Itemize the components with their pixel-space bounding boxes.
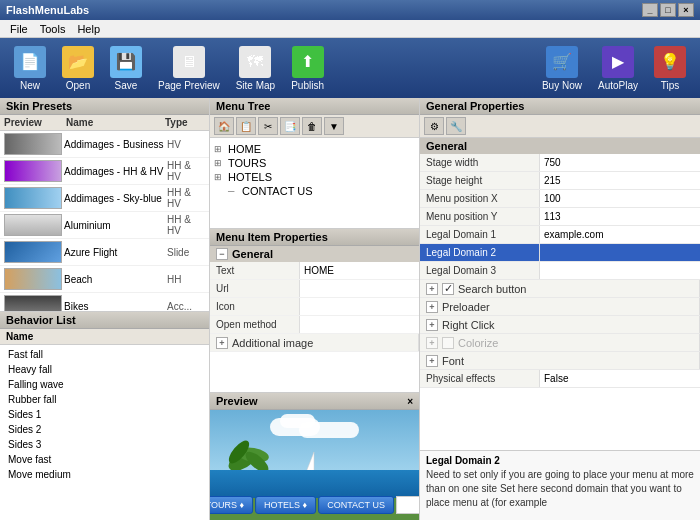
- list-item[interactable]: Addimages - HH & HV HH & HV: [0, 158, 209, 185]
- expander-icon: ⊞: [214, 144, 228, 154]
- list-item[interactable]: Rubber fall: [4, 392, 205, 407]
- props-group-general[interactable]: − General: [210, 246, 419, 262]
- list-item[interactable]: Azure Flight Slide: [0, 239, 209, 266]
- gp-expand-preloader[interactable]: + Preloader: [420, 298, 700, 316]
- close-button[interactable]: ×: [678, 3, 694, 17]
- cloud-3: [299, 422, 359, 438]
- tree-item-contact[interactable]: ─ CONTACT US: [214, 184, 415, 198]
- gp-btn-2[interactable]: 🔧: [446, 117, 466, 135]
- col-preview-header: Preview: [4, 117, 64, 128]
- list-item[interactable]: Move fast: [4, 452, 205, 467]
- gp-legal-1-value[interactable]: example.com: [540, 226, 700, 243]
- toolbar-page-preview-label: Page Preview: [158, 80, 220, 91]
- gp-table: General Stage width 750 Stage height 215…: [420, 138, 700, 450]
- prop-open-label: Open method: [210, 316, 300, 333]
- preview-close-button[interactable]: ×: [407, 396, 413, 407]
- menu-help[interactable]: Help: [71, 20, 106, 37]
- prop-url-value[interactable]: [300, 280, 419, 297]
- gp-stage-width-value[interactable]: 750: [540, 154, 700, 171]
- prop-text-value[interactable]: HOME: [300, 262, 419, 279]
- preview-menu-tours[interactable]: TOURS ♦: [210, 496, 253, 514]
- list-item[interactable]: Beach HH: [0, 266, 209, 293]
- gp-expand-font[interactable]: + Font: [420, 352, 700, 370]
- prop-expand-add-image[interactable]: + Additional image: [210, 334, 419, 352]
- skin-row-type: HH & HV: [167, 187, 205, 209]
- toolbar-new[interactable]: 📄 New: [8, 44, 52, 93]
- minimize-button[interactable]: _: [642, 3, 658, 17]
- list-item[interactable]: Aluminium HH & HV: [0, 212, 209, 239]
- tree-btn-1[interactable]: 🏠: [214, 117, 234, 135]
- list-item[interactable]: Addimages - Sky-blue HH & HV: [0, 185, 209, 212]
- gp-stage-height-value[interactable]: 215: [540, 172, 700, 189]
- list-item[interactable]: Move medium: [4, 467, 205, 482]
- gp-btn-1[interactable]: ⚙: [424, 117, 444, 135]
- gp-legal-3-value[interactable]: [540, 262, 700, 279]
- toolbar-right-group: 🛒 Buy Now ▶ AutoPlay 💡 Tips: [536, 44, 692, 93]
- title-bar: FlashMenuLabs _ □ ×: [0, 0, 700, 20]
- search-checkbox[interactable]: ✓: [442, 283, 454, 295]
- title-bar-buttons: _ □ ×: [642, 3, 694, 17]
- skin-row-name: Aluminium: [64, 220, 165, 231]
- list-item[interactable]: Addimages - Business HV: [0, 131, 209, 158]
- expand-plus-icon: +: [426, 337, 438, 349]
- gp-physical-effects-value[interactable]: False: [540, 370, 700, 387]
- gp-row-legal-3: Legal Domain 3: [420, 262, 700, 280]
- list-item[interactable]: Sides 3: [4, 437, 205, 452]
- toolbar-page-preview[interactable]: 🖥 Page Preview: [152, 44, 226, 93]
- tree-btn-4[interactable]: 📑: [280, 117, 300, 135]
- prop-text-label: Text: [210, 262, 300, 279]
- behavior-items[interactable]: Fast fall Heavy fall Falling wave Rubber…: [0, 345, 209, 520]
- tree-item-home[interactable]: ⊞ HOME: [214, 142, 415, 156]
- maximize-button[interactable]: □: [660, 3, 676, 17]
- menu-file[interactable]: File: [4, 20, 34, 37]
- list-item[interactable]: Sides 1: [4, 407, 205, 422]
- gp-legal-2-value[interactable]: [540, 244, 700, 261]
- preview-menu-contact[interactable]: CONTACT US: [318, 496, 394, 514]
- list-item[interactable]: Falling wave: [4, 377, 205, 392]
- gp-menu-pos-x-value[interactable]: 100: [540, 190, 700, 207]
- behavior-list-section: Behavior List Name Fast fall Heavy fall …: [0, 312, 209, 520]
- list-item[interactable]: Bikes Acc...: [0, 293, 209, 311]
- gp-row-legal-2[interactable]: Legal Domain 2: [420, 244, 700, 262]
- prop-icon-value[interactable]: [300, 298, 419, 315]
- skin-list[interactable]: Addimages - Business HV Addimages - HH &…: [0, 131, 209, 311]
- gp-expand-right-click[interactable]: + Right Click: [420, 316, 700, 334]
- skin-presets-section: Skin Presets Preview Name Type Addimages…: [0, 98, 209, 312]
- prop-icon-label: Icon: [210, 298, 300, 315]
- toolbar-open[interactable]: 📂 Open: [56, 44, 100, 93]
- toolbar-autoplay[interactable]: ▶ AutoPlay: [592, 44, 644, 93]
- tree-btn-down[interactable]: ▼: [324, 117, 344, 135]
- tree-item-tours[interactable]: ⊞ TOURS: [214, 156, 415, 170]
- tree-item-label: HOTELS: [228, 171, 272, 183]
- toolbar-buy-now[interactable]: 🛒 Buy Now: [536, 44, 588, 93]
- list-item[interactable]: Sides 2: [4, 422, 205, 437]
- toolbar-site-map[interactable]: 🗺 Site Map: [230, 44, 281, 93]
- preview-menu-hotels[interactable]: HOTELS ♦: [255, 496, 316, 514]
- menu-item-props-title: Menu Item Properties: [210, 229, 419, 246]
- gp-group-label: General: [426, 140, 467, 152]
- toolbar-site-map-label: Site Map: [236, 80, 275, 91]
- tree-btn-2[interactable]: 📋: [236, 117, 256, 135]
- tree-item-hotels[interactable]: ⊞ HOTELS: [214, 170, 415, 184]
- tips-icon: 💡: [654, 46, 686, 78]
- skin-row-type: Acc...: [167, 301, 205, 312]
- list-item[interactable]: Heavy fall: [4, 362, 205, 377]
- gp-legal-2-label: Legal Domain 2: [420, 244, 540, 261]
- toolbar-save[interactable]: 💾 Save: [104, 44, 148, 93]
- new-icon: 📄: [14, 46, 46, 78]
- gp-toolbar: ⚙ 🔧: [420, 115, 700, 138]
- search-input[interactable]: [396, 496, 419, 514]
- middle-panel: Menu Tree 🏠 📋 ✂ 📑 🗑 ▼ ⊞ HOME ⊞ TOURS: [210, 98, 420, 520]
- gp-group-general[interactable]: General: [420, 138, 700, 154]
- gp-menu-pos-y-value[interactable]: 113: [540, 208, 700, 225]
- menu-tools[interactable]: Tools: [34, 20, 72, 37]
- skin-row-name: Addimages - Sky-blue: [64, 193, 165, 204]
- tree-btn-3[interactable]: ✂: [258, 117, 278, 135]
- toolbar-tips[interactable]: 💡 Tips: [648, 44, 692, 93]
- toolbar-publish[interactable]: ⬆ Publish: [285, 44, 330, 93]
- gp-expand-search[interactable]: + ✓ Search button: [420, 280, 700, 298]
- tree-btn-5[interactable]: 🗑: [302, 117, 322, 135]
- list-item[interactable]: Fast fall: [4, 347, 205, 362]
- gp-preloader-label: + Preloader: [420, 298, 700, 315]
- prop-open-value[interactable]: [300, 316, 419, 333]
